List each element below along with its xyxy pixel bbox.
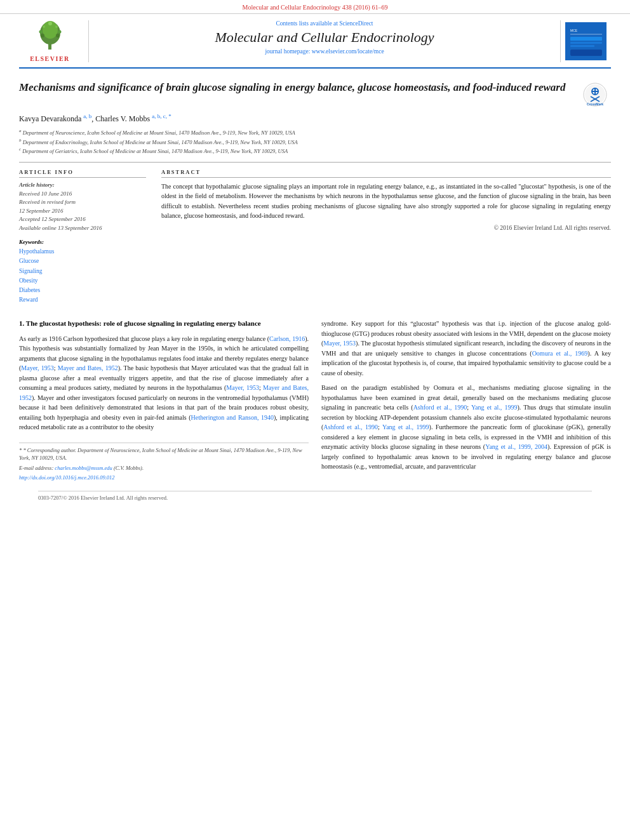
abstract-label: ABSTRACT [161,169,611,178]
abstract-text: The concept that hypothalamic glucose si… [161,182,611,221]
svg-text:MCE: MCE [570,29,578,32]
svg-point-5 [39,30,42,34]
sciencedirect-label: Contents lists available at ScienceDirec… [102,20,547,27]
svg-point-3 [41,34,44,37]
paper-title-section: Mechanisms and significance of brain glu… [19,80,611,107]
ref-oomura[interactable]: Oomura et al., 1969 [532,350,588,357]
author1-name: Kavya Devarakonda [19,114,81,123]
right-column: syndrome. Key support for this “glucosta… [321,319,611,484]
keyword-1[interactable]: Hypothalamus [19,247,146,257]
keyword-5[interactable]: Diabetes [19,286,146,295]
abstract-copyright: © 2016 Elsevier Ireland Ltd. All rights … [161,225,611,231]
footnote-email: E-mail address: charles.mobbs@mssm.edu (… [19,465,309,472]
ref-yang1999[interactable]: Yang et al., 1999 [471,404,518,411]
affiliation-c: c Department of Geriatrics, Icahn School… [19,146,611,156]
section1-para1: As early as 1916 Carlson hypothesized th… [19,334,309,432]
footer-issn: 0303-7207/© 2016 Elsevier Ireland Ltd. A… [38,495,168,501]
keywords-section: Keywords: Hypothalamus Glucose Signaling… [19,239,146,305]
keyword-3[interactable]: Signaling [19,267,146,276]
paper-title: Mechanisms and significance of brain glu… [19,80,579,95]
author1-affiliation: a, b [83,113,91,119]
crossmark-icon: CrossMark [583,83,607,107]
keywords-title: Keywords: [19,239,146,245]
author2-affiliation: a, b, c, * [152,113,171,119]
main-content: 1. The glucostat hypothesis: role of glu… [19,319,611,484]
svg-rect-13 [570,37,602,41]
author2-name: Charles V. Mobbs [95,114,150,123]
journal-name: Molecular and Cellular Endocrinology [102,29,547,46]
svg-rect-16 [570,50,602,56]
journal-homepage-link[interactable]: www.elsevier.com/locate/mce [312,48,384,55]
authors-line: Kavya Devarakonda a, b, Charles V. Mobbs… [19,113,611,124]
affiliation-a-text: Department of Neuroscience, Icahn School… [23,130,295,136]
keyword-6[interactable]: Reward [19,295,146,305]
affiliation-a: a Department of Neuroscience, Icahn Scho… [19,128,611,137]
svg-point-7 [43,25,45,28]
history-revised-date: 12 September 2016 [19,207,146,216]
footnote-section: * * Corresponding author. Department of … [19,443,309,483]
left-column: 1. The glucostat hypothesis: role of glu… [19,319,309,484]
ref-yang1999b[interactable]: Yang et al., 1999 [382,423,429,430]
ref-mayer-bates2[interactable]: Mayer and Bates, 1952 [19,384,309,401]
ref-mayer1953[interactable]: Mayer, 1953 [21,364,53,371]
footnote-doi[interactable]: http://dx.doi.org/10.1016/j.mce.2016.09.… [19,474,309,482]
ref-mayer-bates[interactable]: Mayer and Bates, 1952 [58,364,118,371]
affiliations: a Department of Neuroscience, Icahn Scho… [19,128,611,156]
journal-citation: Molecular and Cellular Endocrinology 438… [243,4,388,11]
email-label: E-mail address: [19,465,53,471]
affiliation-b: b Department of Endocrinology, Icahn Sch… [19,137,611,147]
history-online: Available online 13 September 2016 [19,224,146,233]
ref-ashford2[interactable]: Ashford et al., 1990 [323,423,378,430]
history-title: Article history: [19,182,146,188]
journal-citation-bar: Molecular and Cellular Endocrinology 438… [0,0,630,14]
svg-rect-14 [570,42,602,44]
section1-right-para1: syndrome. Key support for this “glucosta… [321,319,611,378]
article-info-label: ARTICLE INFO [19,169,146,178]
svg-point-9 [48,22,52,25]
ref-ashford[interactable]: Ashford et al., 1990 [413,404,467,411]
journal-center-info: Contents lists available at ScienceDirec… [89,20,560,62]
elsevier-wordmark: ELSEVIER [25,55,76,62]
footer-bar: 0303-7207/© 2016 Elsevier Ireland Ltd. A… [38,491,592,501]
ref-carlson[interactable]: Carlson, 1916 [269,335,305,342]
section1-right-para2: Based on the paradigm established by Oom… [321,383,611,472]
elsevier-logo-area: ELSEVIER [19,20,89,62]
paper-body: Mechanisms and significance of brain glu… [19,69,611,501]
abstract-column: ABSTRACT The concept that hypothalamic g… [161,169,611,305]
footnote-corresponding: * * Corresponding author. Department of … [19,447,309,462]
crossmark-area[interactable]: CrossMark [579,80,611,107]
section1-title: 1. The glucostat hypothesis: role of glu… [19,319,309,328]
article-info-column: ARTICLE INFO Article history: Received 1… [19,169,146,305]
journal-thumb-image: MCE [565,22,607,60]
journal-homepage: journal homepage: www.elsevier.com/locat… [102,48,547,55]
affiliation-b-text: Department of Endocrinology, Icahn Schoo… [23,138,298,145]
email-suffix: (C.V. Mobbs). [114,465,144,471]
section1-title-text: 1. The glucostat hypothesis: role of glu… [19,319,261,327]
footnote-star-text: * Corresponding author. Department of Ne… [19,447,302,461]
email-link[interactable]: charles.mobbs@mssm.edu [55,465,112,471]
svg-point-4 [56,34,60,37]
svg-rect-15 [570,45,594,47]
divider [19,162,611,163]
history-revised-label: Received in revised form [19,198,146,207]
elsevier-tree-icon [25,20,76,52]
ref-hetherington[interactable]: Hetherington and Ranson, 1940 [191,414,274,421]
history-accepted: Accepted 12 September 2016 [19,215,146,224]
svg-text:CrossMark: CrossMark [587,102,603,106]
journal-thumbnail: MCE [560,20,611,62]
sciencedirect-link-text[interactable]: ScienceDirect [339,20,373,27]
history-received: Received 10 June 2016 [19,190,146,199]
journal-branding: ELSEVIER Contents lists available at Sci… [19,14,611,69]
doi-link[interactable]: http://dx.doi.org/10.1016/j.mce.2016.09.… [19,474,115,481]
ref-yang2004[interactable]: Yang et al., 1999, 2004 [485,443,547,450]
keyword-2[interactable]: Glucose [19,257,146,266]
svg-point-8 [55,25,58,28]
svg-point-6 [58,30,61,34]
article-info-abstract: ARTICLE INFO Article history: Received 1… [19,169,611,305]
affiliation-c-text: Department of Geriatrics, Icahn School o… [22,148,288,154]
article-history: Article history: Received 10 June 2016 R… [19,182,146,233]
ref-mayer1953b[interactable]: Mayer, 1953 [226,384,259,391]
keyword-4[interactable]: Obesity [19,276,146,286]
ref-mayer-right[interactable]: Mayer, 1953 [323,340,356,347]
